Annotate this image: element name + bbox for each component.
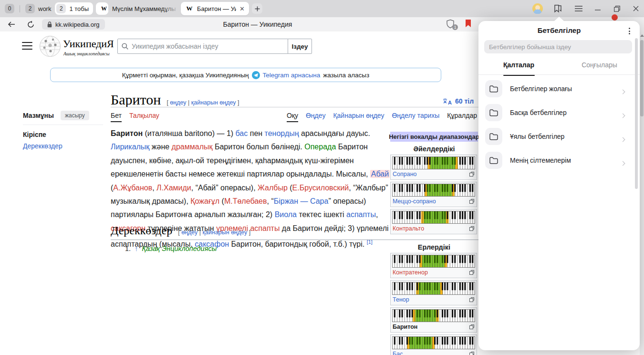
vocal-range-link-Сопрано[interactable]: Сопрано — [393, 171, 417, 178]
omnibox-page-title[interactable]: Баритон — Уикипедия — [0, 17, 515, 31]
wiki-search-button[interactable]: Іздеу — [288, 39, 312, 54]
text: Баритон — [111, 129, 143, 137]
page-tab-Талқылау[interactable]: Талқылау — [129, 112, 159, 122]
wiki-search-input[interactable] — [132, 42, 284, 50]
banner-suffix: жазыла аласыз — [323, 72, 369, 79]
panel-tab-folders[interactable]: Қалталар — [478, 61, 559, 73]
expand-button[interactable] — [469, 297, 475, 303]
vocal-range-link-Меццо-сопрано[interactable]: Меццо-сопрано — [393, 198, 436, 205]
expand-button[interactable] — [469, 198, 475, 204]
article-title-row: Баритон [ өңдеу | қайнарын өңдеу ] — [111, 92, 239, 108]
side-panels-button[interactable] — [552, 4, 563, 13]
inline-link[interactable]: бас — [236, 129, 248, 137]
page-tab-Қайнарын өңдеу[interactable]: Қайнарын өңдеу — [333, 112, 384, 122]
shield-badge: 1 — [452, 24, 458, 30]
expand-button[interactable] — [469, 226, 475, 231]
tab-inactive[interactable]: W Мүслім Мұхаммедұлы Ма — [97, 2, 179, 15]
folder-item[interactable]: Менің сілтемелерім — [478, 148, 640, 172]
inline-link[interactable]: Лирикалық — [111, 143, 149, 151]
expand-button[interactable] — [469, 171, 475, 177]
toc-item-Дереккөздер[interactable]: Дереккөздер — [23, 140, 103, 152]
wiki-main-menu-button[interactable] — [22, 42, 32, 50]
page-tab-Өңдеу[interactable]: Өңдеу — [306, 112, 325, 122]
vocal-range-link-Контральто[interactable]: Контральто — [393, 225, 424, 232]
piano-keyboard — [392, 157, 475, 169]
inline-link[interactable]: Жалбыр — [258, 184, 288, 192]
ref-link[interactable]: Қазақ Энциклопедиясы — [142, 245, 217, 252]
toc-item-Кіріспе[interactable]: Кіріспе — [23, 129, 103, 140]
inline-link[interactable]: [1] — [367, 239, 373, 245]
piano-range-image — [392, 184, 475, 197]
extension-badge-icon — [612, 14, 618, 21]
inline-link[interactable]: драммалық — [172, 143, 213, 151]
vocal-ranges-sidebar: Негізгі вокалды диапазондар ӘйелдердікіС… — [390, 132, 478, 355]
page-scrollbar-thumb[interactable] — [640, 40, 644, 116]
vocal-range-link-Бас[interactable]: Бас — [393, 351, 403, 355]
heading-edit-links: [ өңдеу | қайнарын өңдеу ] — [178, 229, 250, 236]
minimize-button[interactable] — [592, 4, 603, 13]
folder-item[interactable]: Басқа бетбелгілер — [478, 101, 640, 125]
close-window-button[interactable] — [631, 4, 641, 13]
tab-group-label: 1 тобы — [69, 5, 89, 12]
inline-link[interactable]: Операда — [304, 143, 336, 151]
tab-title: Мүслім Мұхаммедұлы Ма — [112, 5, 176, 12]
page-tab-Өңделу тарихы[interactable]: Өңделу тарихы — [392, 112, 439, 122]
wiki-search-box[interactable] — [117, 39, 288, 54]
banner-link[interactable]: Telegram арнасына — [263, 72, 321, 79]
panel-tabs: Қалталар Соңғылары — [478, 61, 640, 73]
inline-link[interactable]: Виола — [275, 210, 297, 219]
wikipedia-logo-icon[interactable] — [39, 35, 61, 57]
vocal-range-caption: Тенор — [392, 296, 475, 303]
inline-link[interactable]: тенордың — [265, 129, 299, 137]
vocal-range-link-Контратенор[interactable]: Контратенор — [393, 269, 428, 276]
edit-link[interactable]: қайнарын өңдеу — [191, 99, 236, 106]
page-tab-Құралдар[interactable]: Құралдар — [447, 112, 482, 122]
folder-item[interactable]: Бетбелгілер жолағы — [478, 77, 640, 101]
tab-group-selected[interactable]: 21 тобы — [55, 2, 93, 15]
expand-button[interactable] — [469, 351, 475, 355]
inline-link[interactable]: Е.Брусиловский — [292, 184, 349, 192]
inline-link[interactable]: Қожағұл — [190, 197, 219, 205]
tab-group[interactable]: 0 — [4, 4, 15, 13]
inline-link[interactable]: М.Төлебаев — [224, 197, 267, 205]
edit-link[interactable]: өңдеу — [181, 229, 197, 236]
scroll-up-arrow-icon[interactable] — [640, 34, 644, 37]
panel-search-input[interactable] — [489, 43, 627, 51]
tab-group[interactable]: 2work — [24, 4, 52, 13]
browser-window: 02work21 тобы W Мүслім Мұхаммедұлы Ма W … — [0, 0, 644, 355]
menu-button[interactable] — [573, 4, 584, 13]
tab-active[interactable]: W Баритон — Уикипедия ✕ — [181, 2, 249, 15]
edit-link[interactable]: өңдеу — [170, 99, 186, 106]
inline-link[interactable]: Біржан — Сара — [274, 197, 329, 205]
language-button[interactable]: A 60 тіл — [443, 97, 481, 105]
avatar[interactable] — [532, 4, 543, 13]
toc-hide-button[interactable]: жасыру — [61, 111, 89, 120]
panel-kebab-menu-button[interactable] — [628, 27, 631, 35]
expand-button[interactable] — [469, 324, 475, 330]
panel-search-box[interactable] — [484, 40, 632, 53]
panel-scrollbar-thumb[interactable] — [635, 38, 638, 189]
expand-icon — [469, 297, 475, 303]
inline-link[interactable]: Л.Хамиди — [156, 184, 191, 192]
inline-link[interactable]: аспапты — [346, 210, 376, 219]
expand-icon — [469, 324, 475, 330]
table-of-contents: Мазмұны жасыру КіріспеДереккөздер — [23, 111, 103, 152]
panel-tab-recent[interactable]: Соңғылары — [559, 61, 640, 73]
new-tab-button[interactable] — [252, 3, 262, 14]
vocal-range-box: Контратенор — [390, 253, 477, 278]
page-tab-Бет[interactable]: Бет — [111, 112, 122, 122]
protect-shield-button[interactable]: 1 — [446, 19, 457, 30]
page-scrollbar[interactable] — [640, 31, 644, 355]
bookmark-flag-button[interactable] — [465, 20, 471, 28]
page-tab-Оқу[interactable]: Оқу — [287, 112, 298, 122]
inline-link[interactable]: Абай — [370, 170, 390, 178]
inline-link[interactable]: А.Жұбанов — [113, 184, 152, 192]
folder-item[interactable]: Ұялы бетбелгілер — [478, 125, 640, 148]
edit-link[interactable]: қайнарын өңдеу — [203, 229, 248, 236]
vocal-range-link-Тенор[interactable]: Тенор — [393, 296, 409, 303]
wiki-wordmark[interactable]: УикипедиЯ — [63, 38, 114, 50]
tab-close-icon[interactable]: ✕ — [239, 6, 245, 12]
expand-button[interactable] — [469, 270, 475, 275]
ref-backlink-arrow[interactable]: ↑ — [135, 245, 138, 252]
maximize-button[interactable] — [612, 4, 622, 13]
